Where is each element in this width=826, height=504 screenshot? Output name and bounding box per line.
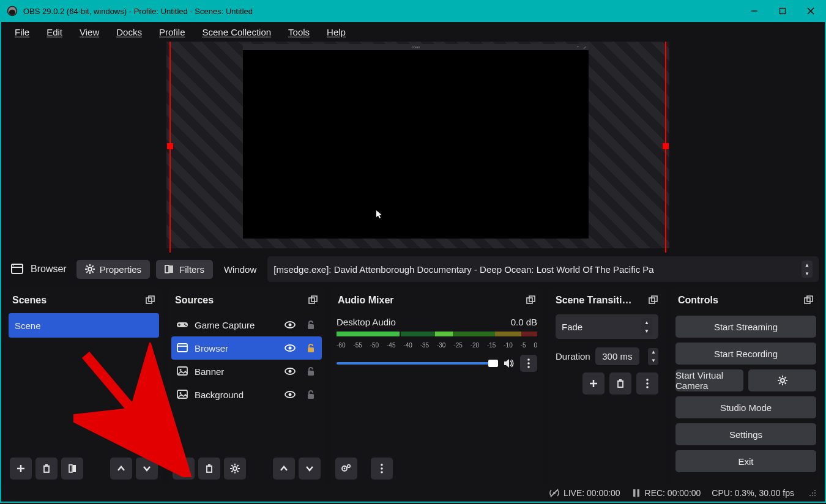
- svg-rect-83: [618, 381, 623, 387]
- source-item-game-capture[interactable]: Game Capture: [171, 313, 322, 336]
- svg-point-106: [812, 492, 813, 494]
- add-transition-button[interactable]: [582, 372, 605, 395]
- mixer-channel-menu[interactable]: [520, 355, 537, 372]
- mixer-title: Audio Mixer: [338, 295, 394, 306]
- duration-spinner[interactable]: ▲▼: [648, 348, 658, 365]
- svg-line-65: [237, 471, 239, 472]
- context-source-label: Browser: [31, 264, 67, 275]
- add-source-button[interactable]: [173, 458, 195, 480]
- remove-source-button[interactable]: [198, 458, 220, 480]
- dock-popout-icon[interactable]: [146, 295, 155, 305]
- visibility-toggle[interactable]: [283, 390, 297, 399]
- source-move-down-button[interactable]: [299, 458, 321, 480]
- start-virtual-camera-button[interactable]: Start Virtual Camera: [675, 369, 743, 391]
- gear-icon: [778, 376, 787, 385]
- virtual-camera-settings-button[interactable]: [748, 369, 816, 391]
- properties-button[interactable]: Properties: [76, 260, 150, 279]
- start-streaming-button[interactable]: Start Streaming: [675, 316, 816, 338]
- svg-point-37: [289, 324, 292, 327]
- minimize-button[interactable]: [740, 1, 768, 21]
- scene-item-label: Scene: [15, 321, 41, 331]
- svg-rect-43: [308, 347, 314, 352]
- scene-move-down-button[interactable]: [136, 458, 158, 480]
- scene-item[interactable]: Scene: [9, 313, 159, 338]
- mixer-advanced-button[interactable]: [335, 458, 357, 480]
- dock-popout-icon[interactable]: [308, 295, 318, 305]
- dropdown-spinner[interactable]: ▲▼: [641, 318, 652, 335]
- svg-rect-39: [177, 344, 187, 352]
- remove-scene-button[interactable]: [35, 458, 58, 480]
- dock-popout-icon[interactable]: [804, 295, 814, 305]
- svg-point-42: [289, 347, 292, 350]
- preview-source-browser[interactable]: ocean ⌃⤢: [243, 44, 589, 239]
- source-item-browser[interactable]: Browser: [171, 336, 322, 360]
- statusbar: LIVE: 00:00:00 REC: 00:00:00 CPU: 0.3%, …: [0, 484, 826, 503]
- start-recording-button[interactable]: Start Recording: [675, 343, 816, 365]
- maximize-button[interactable]: [768, 1, 797, 21]
- visibility-toggle[interactable]: [283, 321, 297, 329]
- status-rec: REC: 00:00:00: [631, 488, 701, 498]
- menu-scene-collection[interactable]: Scene Collection: [194, 24, 280, 40]
- scene-filter-button[interactable]: [61, 458, 83, 480]
- menu-edit[interactable]: Edit: [38, 24, 71, 40]
- svg-line-17: [86, 272, 87, 273]
- menu-file[interactable]: File: [6, 24, 38, 40]
- exit-button[interactable]: Exit: [675, 450, 816, 472]
- dock-popout-icon[interactable]: [649, 295, 658, 305]
- window-icon: [11, 264, 23, 275]
- filters-icon: [165, 264, 174, 274]
- menu-docks[interactable]: Docks: [108, 24, 151, 40]
- transitions-title: Scene Transiti…: [556, 295, 632, 306]
- resize-handle-left[interactable]: [167, 143, 173, 149]
- studio-mode-button[interactable]: Studio Mode: [675, 396, 816, 418]
- transition-menu-button[interactable]: [636, 372, 658, 395]
- visibility-toggle[interactable]: [283, 367, 297, 376]
- scene-move-up-button[interactable]: [110, 458, 132, 480]
- lock-toggle[interactable]: [303, 343, 318, 353]
- speaker-icon[interactable]: [503, 358, 515, 369]
- preview-area[interactable]: ocean ⌃⤢: [0, 42, 826, 254]
- menu-view[interactable]: View: [71, 24, 108, 40]
- resize-grip-icon[interactable]: [809, 489, 816, 497]
- obs-logo-icon: [6, 5, 18, 17]
- svg-point-71: [527, 362, 530, 365]
- controls-dock: Controls Start Streaming Start Recording…: [671, 287, 821, 484]
- meter-tick-labels: -60-55-50-45-40-35-30-25-20-15-10-50: [337, 342, 537, 349]
- dropdown-spinner[interactable]: ▲▼: [802, 261, 813, 278]
- source-move-up-button[interactable]: [273, 458, 295, 480]
- gamepad-icon: [176, 321, 188, 329]
- lock-toggle[interactable]: [303, 320, 318, 330]
- visibility-toggle[interactable]: [283, 344, 297, 352]
- lock-toggle[interactable]: [303, 366, 318, 376]
- close-button[interactable]: [797, 1, 825, 21]
- window-title: OBS 29.0.2 (64-bit, windows) - Profile: …: [23, 7, 740, 16]
- window-select[interactable]: [msedge.exe]: David Attenborough Documen…: [267, 256, 819, 282]
- svg-point-45: [180, 369, 182, 371]
- source-properties-button[interactable]: [224, 458, 246, 480]
- svg-point-59: [233, 467, 237, 470]
- menu-profile[interactable]: Profile: [151, 24, 194, 40]
- menu-help[interactable]: Help: [318, 24, 354, 40]
- transition-duration-input[interactable]: 300 ms: [595, 347, 639, 365]
- svg-point-78: [381, 471, 383, 473]
- svg-line-14: [86, 265, 87, 267]
- image-icon: [176, 366, 188, 376]
- dock-popout-icon[interactable]: [526, 295, 536, 305]
- remove-transition-button[interactable]: [609, 372, 631, 395]
- settings-button[interactable]: Settings: [675, 423, 816, 445]
- transition-select[interactable]: Fade ▲▼: [556, 314, 658, 339]
- svg-point-76: [381, 464, 383, 466]
- mixer-menu-button[interactable]: [371, 458, 393, 480]
- source-item-banner[interactable]: Banner: [171, 360, 322, 383]
- preview-mini-titlebar: ocean ⌃⤢: [243, 44, 589, 50]
- add-scene-button[interactable]: [10, 458, 32, 480]
- lock-toggle[interactable]: [303, 390, 318, 399]
- sources-title: Sources: [175, 295, 214, 306]
- filters-button[interactable]: Filters: [156, 260, 213, 279]
- resize-handle-right[interactable]: [663, 143, 669, 149]
- source-item-background[interactable]: Background: [171, 383, 322, 406]
- mixer-channel-desktop-audio: Desktop Audio 0.0 dB -60-55-50-45-40-35-…: [334, 313, 540, 373]
- scenes-title: Scenes: [12, 295, 47, 306]
- volume-slider[interactable]: [337, 362, 498, 365]
- menu-tools[interactable]: Tools: [280, 24, 318, 40]
